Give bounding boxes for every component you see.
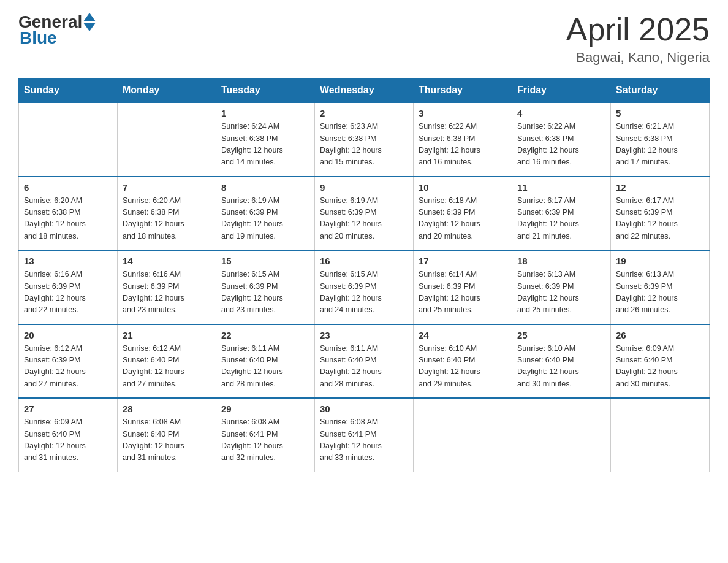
weekday-row: SundayMondayTuesdayWednesdayThursdayFrid… — [19, 79, 710, 103]
calendar-cell: 20Sunrise: 6:12 AMSunset: 6:39 PMDayligh… — [19, 324, 118, 399]
day-number: 17 — [419, 256, 507, 266]
day-number: 10 — [419, 182, 507, 193]
day-info: Sunrise: 6:19 AMSunset: 6:39 PMDaylight:… — [221, 195, 309, 243]
day-number: 9 — [320, 182, 408, 193]
day-info: Sunrise: 6:22 AMSunset: 6:38 PMDaylight:… — [419, 121, 507, 169]
day-info: Sunrise: 6:13 AMSunset: 6:39 PMDaylight:… — [616, 269, 704, 316]
day-info: Sunrise: 6:12 AMSunset: 6:39 PMDaylight:… — [24, 343, 112, 391]
weekday-header-tuesday: Tuesday — [216, 79, 315, 103]
calendar-cell: 10Sunrise: 6:18 AMSunset: 6:39 PMDayligh… — [414, 177, 512, 251]
calendar-cell — [414, 398, 512, 472]
week-row-4: 20Sunrise: 6:12 AMSunset: 6:39 PMDayligh… — [19, 324, 710, 399]
logo-text-blue: Blue — [20, 28, 57, 48]
day-number: 28 — [123, 404, 211, 414]
calendar-cell: 29Sunrise: 6:08 AMSunset: 6:41 PMDayligh… — [216, 398, 315, 472]
calendar-cell: 17Sunrise: 6:14 AMSunset: 6:39 PMDayligh… — [414, 250, 512, 324]
day-number: 20 — [24, 330, 112, 340]
calendar-cell: 3Sunrise: 6:22 AMSunset: 6:38 PMDaylight… — [414, 102, 512, 177]
day-number: 25 — [517, 330, 605, 340]
calendar-cell: 19Sunrise: 6:13 AMSunset: 6:39 PMDayligh… — [611, 250, 710, 324]
day-info: Sunrise: 6:17 AMSunset: 6:39 PMDaylight:… — [517, 195, 605, 243]
weekday-header-sunday: Sunday — [19, 79, 118, 103]
calendar-cell: 21Sunrise: 6:12 AMSunset: 6:40 PMDayligh… — [118, 324, 216, 399]
calendar-cell: 7Sunrise: 6:20 AMSunset: 6:38 PMDaylight… — [118, 177, 216, 251]
calendar-cell: 2Sunrise: 6:23 AMSunset: 6:38 PMDaylight… — [315, 102, 414, 177]
weekday-header-thursday: Thursday — [414, 79, 512, 103]
weekday-header-monday: Monday — [118, 79, 216, 103]
title-section: April 2025 Bagwai, Kano, Nigeria — [566, 12, 710, 66]
day-info: Sunrise: 6:10 AMSunset: 6:40 PMDaylight:… — [517, 343, 605, 391]
day-info: Sunrise: 6:24 AMSunset: 6:38 PMDaylight:… — [221, 121, 309, 169]
day-number: 16 — [320, 256, 408, 266]
day-number: 11 — [517, 182, 605, 193]
day-number: 5 — [616, 108, 704, 118]
calendar-cell: 26Sunrise: 6:09 AMSunset: 6:40 PMDayligh… — [611, 324, 710, 399]
day-number: 24 — [419, 330, 507, 340]
day-info: Sunrise: 6:15 AMSunset: 6:39 PMDaylight:… — [320, 269, 408, 316]
calendar-cell: 1Sunrise: 6:24 AMSunset: 6:38 PMDaylight… — [216, 102, 315, 177]
day-number: 3 — [419, 108, 507, 118]
calendar-body: 1Sunrise: 6:24 AMSunset: 6:38 PMDaylight… — [19, 102, 710, 472]
day-info: Sunrise: 6:16 AMSunset: 6:39 PMDaylight:… — [123, 269, 211, 316]
calendar-cell: 18Sunrise: 6:13 AMSunset: 6:39 PMDayligh… — [512, 250, 611, 324]
day-info: Sunrise: 6:09 AMSunset: 6:40 PMDaylight:… — [616, 343, 704, 391]
day-number: 6 — [24, 182, 112, 193]
calendar-cell: 8Sunrise: 6:19 AMSunset: 6:39 PMDaylight… — [216, 177, 315, 251]
day-number: 8 — [221, 182, 309, 193]
calendar-cell — [118, 102, 216, 177]
day-info: Sunrise: 6:08 AMSunset: 6:40 PMDaylight:… — [123, 416, 211, 464]
day-number: 15 — [221, 256, 309, 266]
calendar-cell: 16Sunrise: 6:15 AMSunset: 6:39 PMDayligh… — [315, 250, 414, 324]
calendar-cell: 15Sunrise: 6:15 AMSunset: 6:39 PMDayligh… — [216, 250, 315, 324]
day-info: Sunrise: 6:20 AMSunset: 6:38 PMDaylight:… — [24, 195, 112, 243]
week-row-3: 13Sunrise: 6:16 AMSunset: 6:39 PMDayligh… — [19, 250, 710, 324]
day-number: 27 — [24, 404, 112, 414]
day-info: Sunrise: 6:11 AMSunset: 6:40 PMDaylight:… — [221, 343, 309, 391]
day-number: 19 — [616, 256, 704, 266]
calendar-cell: 11Sunrise: 6:17 AMSunset: 6:39 PMDayligh… — [512, 177, 611, 251]
calendar-cell: 27Sunrise: 6:09 AMSunset: 6:40 PMDayligh… — [19, 398, 118, 472]
calendar-cell: 6Sunrise: 6:20 AMSunset: 6:38 PMDaylight… — [19, 177, 118, 251]
day-info: Sunrise: 6:23 AMSunset: 6:38 PMDaylight:… — [320, 121, 408, 169]
day-info: Sunrise: 6:16 AMSunset: 6:39 PMDaylight:… — [24, 269, 112, 316]
week-row-5: 27Sunrise: 6:09 AMSunset: 6:40 PMDayligh… — [19, 398, 710, 472]
day-number: 18 — [517, 256, 605, 266]
calendar-cell: 13Sunrise: 6:16 AMSunset: 6:39 PMDayligh… — [19, 250, 118, 324]
day-info: Sunrise: 6:13 AMSunset: 6:39 PMDaylight:… — [517, 269, 605, 316]
day-info: Sunrise: 6:12 AMSunset: 6:40 PMDaylight:… — [123, 343, 211, 391]
calendar-cell: 4Sunrise: 6:22 AMSunset: 6:38 PMDaylight… — [512, 102, 611, 177]
day-info: Sunrise: 6:22 AMSunset: 6:38 PMDaylight:… — [517, 121, 605, 169]
calendar-header: SundayMondayTuesdayWednesdayThursdayFrid… — [19, 79, 710, 103]
calendar-cell — [19, 102, 118, 177]
calendar-table: SundayMondayTuesdayWednesdayThursdayFrid… — [18, 78, 710, 472]
day-number: 4 — [517, 108, 605, 118]
calendar-cell: 14Sunrise: 6:16 AMSunset: 6:39 PMDayligh… — [118, 250, 216, 324]
calendar-cell: 24Sunrise: 6:10 AMSunset: 6:40 PMDayligh… — [414, 324, 512, 399]
calendar-cell: 5Sunrise: 6:21 AMSunset: 6:38 PMDaylight… — [611, 102, 710, 177]
day-info: Sunrise: 6:09 AMSunset: 6:40 PMDaylight:… — [24, 416, 112, 464]
calendar-cell — [512, 398, 611, 472]
day-number: 21 — [123, 330, 211, 340]
day-info: Sunrise: 6:10 AMSunset: 6:40 PMDaylight:… — [419, 343, 507, 391]
day-number: 13 — [24, 256, 112, 266]
day-info: Sunrise: 6:08 AMSunset: 6:41 PMDaylight:… — [320, 416, 408, 464]
day-number: 12 — [616, 182, 704, 193]
month-title: April 2025 — [566, 12, 710, 47]
calendar-cell: 9Sunrise: 6:19 AMSunset: 6:39 PMDaylight… — [315, 177, 414, 251]
calendar-cell: 30Sunrise: 6:08 AMSunset: 6:41 PMDayligh… — [315, 398, 414, 472]
day-info: Sunrise: 6:21 AMSunset: 6:38 PMDaylight:… — [616, 121, 704, 169]
logo: General Blue — [18, 12, 96, 48]
day-number: 23 — [320, 330, 408, 340]
day-number: 22 — [221, 330, 309, 340]
calendar-cell: 25Sunrise: 6:10 AMSunset: 6:40 PMDayligh… — [512, 324, 611, 399]
day-number: 7 — [123, 182, 211, 193]
day-number: 14 — [123, 256, 211, 266]
page-header: General Blue April 2025 Bagwai, Kano, Ni… — [18, 12, 710, 66]
weekday-header-friday: Friday — [512, 79, 611, 103]
day-info: Sunrise: 6:20 AMSunset: 6:38 PMDaylight:… — [123, 195, 211, 243]
calendar-cell: 12Sunrise: 6:17 AMSunset: 6:39 PMDayligh… — [611, 177, 710, 251]
weekday-header-wednesday: Wednesday — [315, 79, 414, 103]
day-info: Sunrise: 6:14 AMSunset: 6:39 PMDaylight:… — [419, 269, 507, 316]
week-row-2: 6Sunrise: 6:20 AMSunset: 6:38 PMDaylight… — [19, 177, 710, 251]
day-number: 1 — [221, 108, 309, 118]
